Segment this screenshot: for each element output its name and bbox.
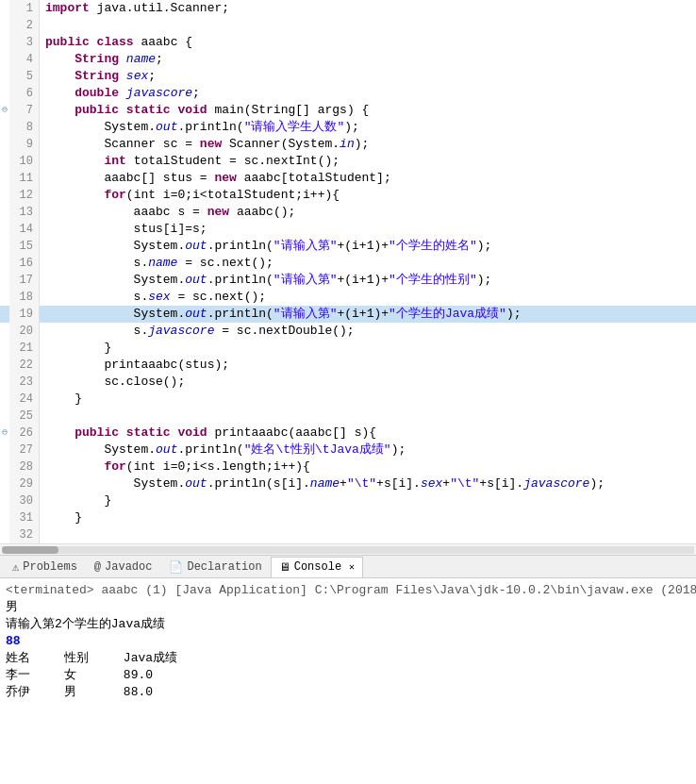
code-line: 9 Scanner sc = new Scanner(System.in); — [0, 136, 696, 153]
line-marker — [0, 85, 9, 102]
token: "请输入第" — [273, 273, 338, 287]
line-content[interactable]: public class aaabc { — [40, 34, 696, 51]
line-content[interactable]: String name; — [40, 51, 696, 68]
token: ); — [589, 476, 605, 491]
line-marker — [0, 255, 9, 272]
horizontal-scrollbar[interactable] — [0, 543, 696, 555]
line-content[interactable]: System.out.println("请输入第"+(i+1)+"个学生的性别"… — [40, 272, 696, 289]
line-number: 20 — [9, 323, 40, 340]
token: void — [177, 103, 214, 117]
token: = — [192, 171, 214, 185]
line-content[interactable]: } — [40, 391, 696, 408]
tab-problems[interactable]: ⚠Problems — [4, 557, 86, 577]
token: double — [45, 86, 126, 100]
code-line: 24 } — [0, 391, 696, 408]
token: ); — [506, 307, 522, 321]
line-content[interactable]: printaaabc(stus); — [40, 357, 696, 374]
line-content[interactable]: } — [40, 492, 696, 509]
code-line: 32 — [0, 526, 696, 543]
scrollbar-thumb[interactable] — [2, 546, 58, 554]
token: } — [45, 510, 82, 525]
line-marker — [0, 442, 9, 459]
token: javascore — [523, 476, 589, 491]
console-output-line: 88 — [6, 633, 690, 650]
code-line: 16 s.name = sc.next(); — [0, 255, 696, 272]
line-marker — [0, 68, 9, 85]
line-content[interactable]: int totalStudent = sc.nextInt(); — [40, 153, 696, 170]
console-terminated-line: <terminated> aaabc (1) [Java Application… — [6, 582, 690, 599]
token: for — [45, 459, 126, 474]
line-content[interactable]: for(int i=0;i<totalStudent;i++){ — [40, 187, 696, 204]
line-number: 16 — [9, 255, 40, 272]
line-marker — [0, 204, 9, 221]
token: "个学生的Java成绩" — [389, 307, 506, 321]
line-number: 24 — [9, 391, 40, 408]
line-content[interactable]: System.out.println("请输入第"+(i+1)+"个学生的Jav… — [40, 306, 696, 323]
line-content[interactable]: System.out.println(s[i].name+"\t"+s[i].s… — [40, 475, 696, 492]
console-output-line: 男 — [6, 599, 690, 616]
tab-declaration[interactable]: 📄Declaration — [160, 557, 270, 577]
line-marker — [0, 238, 9, 255]
line-content[interactable] — [40, 17, 696, 34]
line-content[interactable]: s.sex = sc.next(); — [40, 289, 696, 306]
token: out — [185, 476, 207, 491]
line-content[interactable]: sc.close(); — [40, 374, 696, 391]
token: ); — [477, 273, 492, 287]
token: name — [148, 256, 177, 270]
line-number: 15 — [9, 238, 40, 255]
line-number: 10 — [9, 153, 40, 170]
tab-console[interactable]: 🖥Console✕ — [271, 557, 363, 577]
code-editor: 1import java.util.Scanner;2 3public clas… — [0, 0, 696, 556]
token: sc — [163, 137, 178, 151]
token: .println( — [177, 120, 243, 134]
line-content[interactable]: aaabc s = new aaabc(); — [40, 204, 696, 221]
console-tab-close[interactable]: ✕ — [349, 561, 355, 573]
line-content[interactable] — [40, 408, 696, 425]
console-tab-icon: 🖥 — [279, 560, 290, 575]
line-content[interactable]: aaabc[] stus = new aaabc[totalStudent]; — [40, 170, 696, 187]
line-content[interactable]: stus[i]=s; — [40, 221, 696, 238]
code-line: 15 System.out.println("请输入第"+(i+1)+"个学生的… — [0, 238, 696, 255]
tab-javadoc[interactable]: @Javadoc — [86, 557, 161, 577]
line-marker — [0, 509, 9, 526]
line-content[interactable]: Scanner sc = new Scanner(System.in); — [40, 136, 696, 153]
code-line: 29 System.out.println(s[i].name+"\t"+s[i… — [0, 475, 696, 492]
line-content[interactable]: s.name = sc.next(); — [40, 255, 696, 272]
line-marker — [0, 153, 9, 170]
code-line: 13 aaabc s = new aaabc(); — [0, 204, 696, 221]
line-content[interactable]: } — [40, 340, 696, 357]
line-marker — [0, 323, 9, 340]
line-content[interactable]: s.javascore = sc.nextDouble(); — [40, 323, 696, 340]
scrollbar-track[interactable] — [2, 546, 694, 554]
line-content[interactable]: System.out.println("请输入第"+(i+1)+"个学生的姓名"… — [40, 238, 696, 255]
code-line: 28 for(int i=0;i<s.length;i++){ — [0, 459, 696, 475]
token: public — [45, 425, 126, 440]
line-content[interactable]: double javascore; — [40, 85, 696, 102]
line-content[interactable]: String sex; — [40, 68, 696, 85]
line-content[interactable] — [40, 526, 696, 543]
line-content[interactable]: } — [40, 509, 696, 526]
line-number: 21 — [9, 340, 40, 357]
line-marker — [0, 492, 9, 509]
token: (int i=0;i<s.length;i++){ — [126, 459, 310, 474]
token: printaaabc(stus); — [45, 358, 229, 372]
line-content[interactable]: for(int i=0;i<s.length;i++){ — [40, 459, 696, 475]
line-content[interactable]: public static void main(String[] args) { — [40, 102, 696, 119]
line-number: 17 — [9, 272, 40, 289]
code-line: 12 for(int i=0;i<totalStudent;i++){ — [0, 187, 696, 204]
token: aaabc[] — [45, 171, 163, 185]
line-content[interactable]: System.out.println("请输入学生人数"); — [40, 119, 696, 136]
line-marker — [0, 170, 9, 187]
line-content[interactable]: public static void printaaabc(aaabc[] s)… — [40, 425, 696, 442]
token: String — [45, 52, 126, 66]
token: "个学生的姓名" — [389, 239, 477, 253]
line-number: 5 — [9, 68, 40, 85]
token: "姓名\t性别\tJava成绩" — [244, 442, 391, 457]
line-content[interactable]: System.out.println("姓名\t性别\tJava成绩"); — [40, 442, 696, 459]
token: ; — [192, 86, 200, 100]
token: Scanner — [45, 137, 163, 151]
line-content[interactable]: import java.util.Scanner; — [40, 0, 696, 17]
token: System. — [45, 307, 185, 321]
code-line: 10 int totalStudent = sc.nextInt(); — [0, 153, 696, 170]
line-number: 32 — [9, 526, 40, 543]
